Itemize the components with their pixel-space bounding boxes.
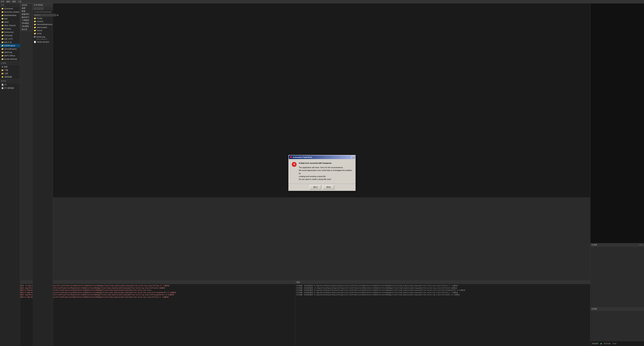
dialog-body-line1: The application will close. Sorry for th… — [299, 166, 353, 169]
dialog-title-container: ✕ Aximmetry Fatal Error — [290, 156, 312, 158]
error-circle-icon: ✕ — [292, 162, 297, 167]
dialog-close-button[interactable]: × — [352, 156, 354, 158]
dialog-text: A fatal error occurred with Composer. Th… — [299, 162, 353, 181]
dialog-title-icon: ✕ — [290, 156, 292, 158]
dialog-body-line2: We would appreciate if you could help us… — [299, 169, 353, 175]
dialog-titlebar: ✕ Aximmetry Fatal Error × — [289, 155, 355, 159]
dialog-headline: A fatal error occurred with Composer. — [299, 162, 353, 165]
dialog-error-icon: ✕ — [292, 162, 297, 181]
dialog-footer: 是(Y) 否(N) — [289, 184, 355, 191]
svg-text:✕: ✕ — [290, 156, 292, 158]
dialog-yes-button[interactable]: 是(Y) — [310, 185, 322, 189]
dialog-body-line3: creating and sending a dump file. — [299, 175, 353, 178]
dialog-body-line4: Do you want to create a dump file now? — [299, 178, 353, 181]
dialog-title-text: Aximmetry Fatal Error — [293, 156, 312, 158]
fatal-error-dialog: ✕ Aximmetry Fatal Error × ✕ A fatal erro… — [288, 155, 356, 191]
dialog-no-button[interactable]: 否(N) — [322, 185, 334, 189]
modal-overlay: ✕ Aximmetry Fatal Error × ✕ A fatal erro… — [0, 0, 644, 346]
dialog-body: ✕ A fatal error occurred with Composer. … — [289, 159, 355, 184]
svg-text:✕: ✕ — [293, 163, 295, 166]
